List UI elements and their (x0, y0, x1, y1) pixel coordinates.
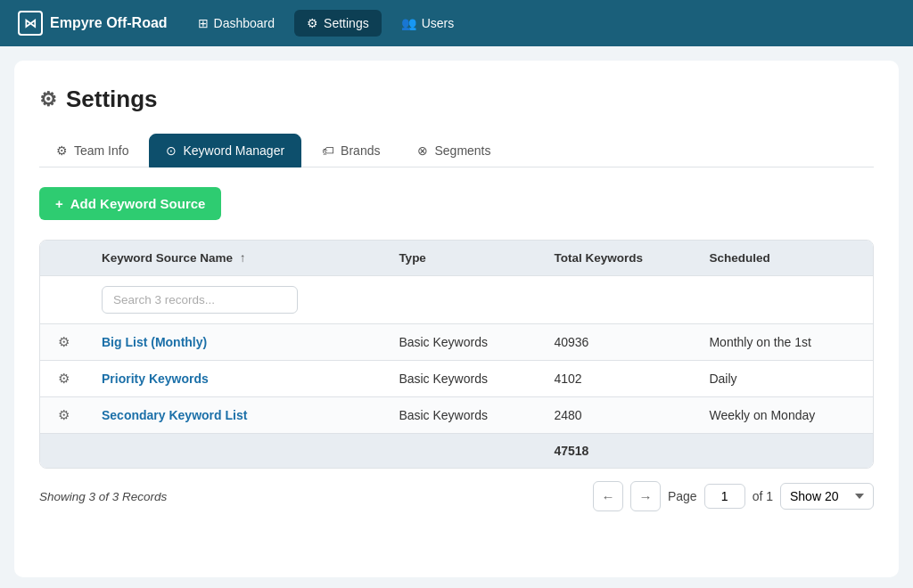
brands-tab-icon: 🏷 (322, 143, 334, 158)
show-select[interactable]: Show 20 Show 50 Show 100 (780, 483, 874, 510)
row1-type: Basic Keywords (384, 324, 539, 361)
nav-users[interactable]: 👥 Users (389, 10, 467, 37)
nav-dashboard[interactable]: ⊞ Dashboard (185, 10, 288, 37)
main-content: ⚙ Settings ⚙ Team Info ⊙ Keyword Manager… (14, 61, 899, 577)
page-title-icon: ⚙ (39, 88, 57, 111)
search-cell (87, 276, 384, 324)
segments-tab-icon: ⊗ (417, 143, 428, 158)
table-row: ⚙ Secondary Keyword List Basic Keywords … (40, 397, 873, 434)
row3-scheduled: Weekly on Monday (695, 397, 873, 434)
col-keyword-source-name[interactable]: Keyword Source Name ↑ (87, 241, 384, 276)
dashboard-icon: ⊞ (198, 16, 209, 30)
tab-segments[interactable]: ⊗ Segments (400, 134, 507, 167)
brand: ⋈ Empyre Off-Road (18, 11, 168, 36)
tab-team-info[interactable]: ⚙ Team Info (39, 134, 145, 167)
of-text: of 1 (753, 489, 773, 503)
row2-scheduled: Daily (695, 361, 873, 397)
row1-total-keywords: 40936 (539, 324, 695, 361)
row1-name-link[interactable]: Big List (Monthly) (102, 335, 207, 349)
users-nav-icon: 👥 (401, 16, 416, 30)
next-page-button[interactable]: → (630, 481, 661, 511)
top-navigation: ⋈ Empyre Off-Road ⊞ Dashboard ⚙ Settings… (0, 0, 913, 46)
table-header-row: Keyword Source Name ↑ Type Total Keyword… (40, 241, 873, 276)
row3-type: Basic Keywords (384, 397, 539, 434)
table-row: ⚙ Big List (Monthly) Basic Keywords 4093… (40, 324, 873, 361)
col-type: Type (384, 241, 539, 276)
gear-col-header (40, 241, 87, 276)
keyword-sources-table: Keyword Source Name ↑ Type Total Keyword… (39, 240, 874, 469)
settings-nav-icon: ⚙ (307, 16, 318, 30)
page-title: ⚙ Settings (39, 86, 874, 113)
row2-gear-cell: ⚙ (40, 361, 87, 397)
row3-name: Secondary Keyword List (87, 397, 384, 434)
tab-brands[interactable]: 🏷 Brands (305, 134, 397, 167)
keyword-manager-tab-icon: ⊙ (166, 143, 177, 158)
row3-total-keywords: 2480 (539, 397, 695, 434)
prev-page-button[interactable]: ← (593, 481, 623, 511)
row3-name-link[interactable]: Secondary Keyword List (102, 408, 247, 422)
row3-gear-button[interactable]: ⚙ (54, 407, 73, 423)
row1-gear-cell: ⚙ (40, 324, 87, 361)
page-label: Page (668, 489, 697, 503)
search-row (40, 276, 873, 324)
brand-icon: ⋈ (18, 11, 43, 36)
row3-gear-cell: ⚙ (40, 397, 87, 434)
total-row: 47518 (40, 434, 873, 469)
plus-icon: + (55, 196, 63, 211)
tab-keyword-manager[interactable]: ⊙ Keyword Manager (149, 134, 301, 167)
row1-scheduled: Monthly on the 1st (695, 324, 873, 361)
row2-type: Basic Keywords (384, 361, 539, 397)
settings-tabs: ⚙ Team Info ⊙ Keyword Manager 🏷 Brands ⊗… (39, 133, 874, 167)
nav-settings[interactable]: ⚙ Settings (294, 10, 382, 37)
total-keywords: 47518 (539, 434, 695, 469)
col-scheduled: Scheduled (695, 241, 873, 276)
search-input[interactable] (102, 286, 298, 314)
show-select-wrapper: Show 20 Show 50 Show 100 (780, 483, 874, 510)
col-total-keywords: Total Keywords (539, 241, 695, 276)
row2-total-keywords: 4102 (539, 361, 695, 397)
add-keyword-source-button[interactable]: + Add Keyword Source (39, 187, 221, 220)
row1-name: Big List (Monthly) (87, 324, 384, 361)
table-row: ⚙ Priority Keywords Basic Keywords 4102 … (40, 361, 873, 397)
brand-name: Empyre Off-Road (50, 15, 168, 31)
showing-text: Showing 3 of 3 Records (39, 490, 582, 503)
page-number-input[interactable] (704, 484, 745, 509)
search-gear-cell (40, 276, 87, 324)
row2-name-link[interactable]: Priority Keywords (102, 372, 209, 386)
sort-arrow-icon: ↑ (240, 251, 246, 265)
row1-gear-button[interactable]: ⚙ (54, 334, 73, 350)
pagination: ← → Page of 1 Show 20 Show 50 Show 100 (593, 481, 874, 511)
team-info-tab-icon: ⚙ (56, 143, 68, 158)
row2-gear-button[interactable]: ⚙ (54, 371, 73, 387)
row2-name: Priority Keywords (87, 361, 384, 397)
table-footer: Showing 3 of 3 Records ← → Page of 1 Sho… (39, 481, 874, 511)
